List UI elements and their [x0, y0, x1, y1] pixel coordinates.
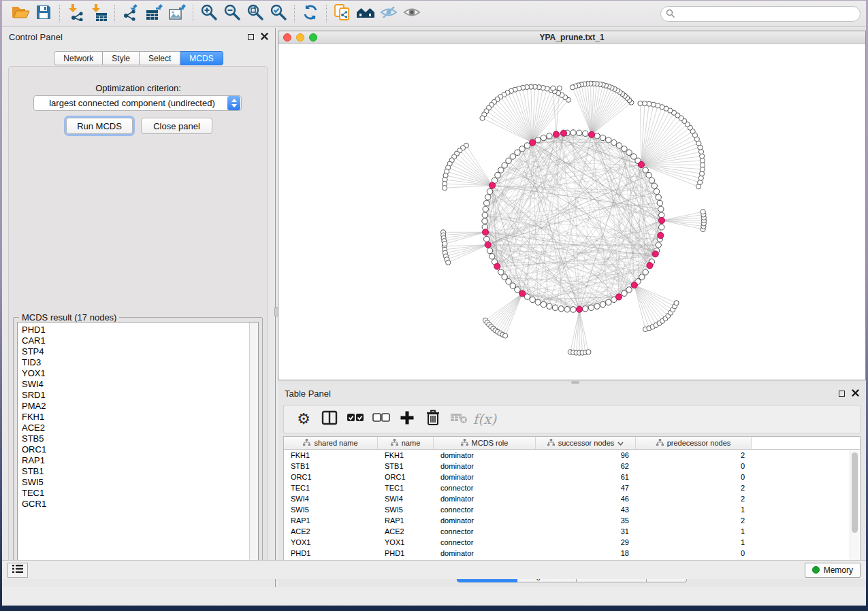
plus-icon — [400, 410, 415, 428]
control-panel-tabs: NetworkStyleSelectMCDS — [2, 51, 275, 65]
save-icon — [35, 4, 52, 23]
mcds-list-scrollbar[interactable] — [249, 323, 258, 568]
table-cell: ACE2 — [284, 527, 378, 535]
deselect-all-button[interactable] — [368, 408, 394, 431]
zoom-in-button[interactable] — [197, 3, 221, 24]
tab-mcds[interactable]: MCDS — [180, 51, 223, 65]
table-cell: 31 — [536, 527, 636, 535]
optimization-criterion-label: Optimization criterion: — [9, 83, 268, 93]
run-mcds-button[interactable]: Run MCDS — [66, 118, 133, 134]
import-table-icon — [90, 3, 108, 24]
export-network-button[interactable] — [119, 3, 142, 24]
table-row[interactable]: FKH1FKH1dominator962 — [284, 450, 860, 461]
mcds-result-item[interactable]: FKH1 — [22, 412, 258, 423]
tab-select[interactable]: Select — [140, 51, 180, 65]
mcds-result-item[interactable]: PHD1 — [22, 325, 258, 335]
search-input[interactable] — [660, 6, 861, 22]
mcds-result-item[interactable]: ACE2 — [22, 423, 258, 433]
table-options-button[interactable]: ⚙ — [291, 408, 317, 431]
close-panel-icon[interactable] — [261, 31, 268, 43]
mcds-result-item[interactable]: TEC1 — [22, 488, 258, 499]
table-cell: 1 — [636, 506, 752, 514]
table-row[interactable]: SWI4SWI4dominator462 — [284, 493, 860, 504]
table-cell: ORC1 — [378, 473, 434, 481]
table-cell: connector — [434, 506, 536, 514]
tab-network[interactable]: Network — [54, 51, 103, 65]
export-image-button[interactable] — [165, 3, 189, 24]
mcds-result-item[interactable]: ORC1 — [22, 444, 258, 455]
hide-selected-button[interactable] — [377, 3, 400, 24]
open-file-button[interactable] — [9, 3, 32, 24]
table-toolbar: ⚙ f(x) — [283, 405, 861, 433]
table-row[interactable]: YOX1YOX1connector291 — [284, 537, 860, 548]
table-row[interactable]: TEC1TEC1connector472 — [284, 482, 860, 493]
show-columns-button[interactable] — [317, 408, 342, 431]
table-cell: 18 — [536, 549, 636, 557]
import-network-button[interactable] — [64, 3, 87, 24]
control-panel: Control Panel NetworkStyleSelectMCDS Opt… — [2, 28, 276, 587]
memory-button[interactable]: Memory — [805, 563, 861, 578]
table-row[interactable]: STB1STB1dominator620 — [284, 461, 860, 472]
first-neighbors-button[interactable] — [354, 3, 377, 24]
column-header-MCDS-role[interactable]: MCDS role — [434, 437, 536, 449]
eye-slash-icon — [379, 4, 398, 23]
table-cell: SWI5 — [284, 506, 378, 514]
table-cell: 0 — [636, 462, 752, 470]
save-session-button[interactable] — [32, 3, 55, 24]
attribute-icon — [303, 439, 310, 448]
scrollbar-thumb[interactable] — [852, 452, 858, 533]
table-cell: ORC1 — [284, 473, 378, 481]
toolbar-separator — [114, 5, 115, 22]
mcds-result-item[interactable]: SWI5 — [22, 477, 258, 488]
close-panel-icon[interactable] — [852, 387, 859, 399]
mcds-result-item[interactable]: CAR1 — [22, 335, 258, 346]
table-row[interactable]: SWI5SWI5connector431 — [284, 504, 860, 515]
table-row[interactable]: ORC1ORC1dominator610 — [284, 472, 860, 482]
criterion-dropdown[interactable]: largest connected component (undirected) — [33, 95, 242, 111]
select-all-button[interactable] — [342, 408, 368, 431]
mcds-result-item[interactable]: GCR1 — [22, 499, 258, 510]
zoom-selected-button[interactable] — [267, 3, 290, 24]
table-row[interactable]: PHD1PHD1dominator180 — [284, 548, 860, 559]
float-panel-icon[interactable] — [248, 34, 254, 40]
zoom-out-button[interactable] — [221, 3, 244, 24]
mcds-result-item[interactable]: SWI4 — [22, 379, 258, 390]
column-header-successor-nodes[interactable]: successor nodes — [536, 437, 636, 449]
close-panel-button[interactable]: Close panel — [141, 118, 212, 134]
mcds-result-item[interactable]: STB1 — [22, 466, 258, 477]
duplicate-network-button[interactable] — [331, 3, 354, 24]
delete-column-button[interactable] — [420, 408, 446, 431]
refresh-button[interactable] — [299, 3, 322, 24]
table-panel-title: Table Panel — [285, 389, 331, 399]
zoom-fit-button[interactable] — [244, 3, 267, 24]
mcds-result-list[interactable]: PHD1CAR1STP4TID3YOX1SWI4SRD1PMA2FKH1ACE2… — [18, 323, 258, 510]
export-table-button[interactable] — [142, 3, 165, 24]
table-cell: PHD1 — [284, 549, 378, 557]
network-canvas[interactable] — [278, 44, 865, 380]
import-table-button[interactable] — [87, 3, 110, 24]
table-row[interactable]: RAP1RAP1dominator352 — [284, 515, 860, 526]
column-header-name[interactable]: name — [378, 437, 434, 449]
float-panel-icon[interactable] — [839, 391, 845, 397]
panel-menu-button[interactable] — [7, 563, 28, 578]
mcds-result-item[interactable]: SRD1 — [22, 390, 258, 401]
mcds-result-item[interactable]: STP4 — [22, 346, 258, 357]
splitter-grip[interactable] — [571, 381, 579, 384]
mcds-result-item[interactable]: STB5 — [22, 433, 258, 444]
mcds-result-item[interactable]: PMA2 — [22, 401, 258, 412]
tab-style[interactable]: Style — [103, 51, 140, 65]
attribute-icon — [391, 439, 398, 448]
workspace-region: YPA_prune.txt_1 Table Panel ⚙ — [278, 28, 866, 587]
table-cell: connector — [434, 484, 536, 492]
show-all-button[interactable] — [400, 3, 423, 24]
add-column-button[interactable] — [394, 408, 420, 431]
column-header-predecessor-nodes[interactable]: predecessor nodes — [636, 437, 752, 449]
mcds-result-item[interactable]: TID3 — [22, 357, 258, 368]
table-scrollbar[interactable] — [850, 450, 859, 563]
table-row[interactable]: ACE2ACE2connector311 — [284, 526, 860, 537]
column-header-shared-name[interactable]: shared name — [284, 437, 378, 449]
search-icon — [666, 9, 675, 21]
mcds-result-item[interactable]: YOX1 — [22, 368, 258, 379]
mcds-result-item[interactable]: RAP1 — [22, 455, 258, 466]
refresh-icon — [302, 3, 319, 24]
